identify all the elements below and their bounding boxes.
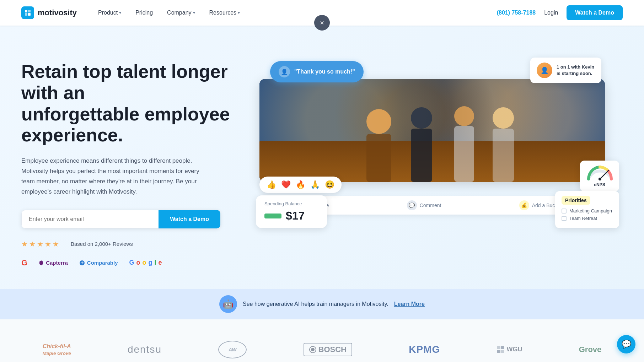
svg-rect-8: [411, 129, 432, 182]
star-3: ★: [37, 240, 43, 248]
svg-point-14: [599, 178, 601, 180]
star-5: ★: [53, 240, 59, 248]
svg-rect-0: [25, 10, 27, 12]
priorities-title: Priorities: [562, 196, 590, 205]
reviews-divider: [65, 241, 65, 248]
svg-rect-12: [493, 129, 514, 182]
reviews-row: ★ ★ ★ ★ ★ Based on 2,000+ Reviews: [21, 240, 235, 248]
svg-rect-2: [25, 13, 27, 16]
nav-product[interactable]: Product ▾: [98, 10, 121, 16]
email-input[interactable]: [21, 210, 159, 228]
brand-allamerican: AW: [218, 341, 247, 358]
svg-rect-1: [28, 10, 31, 12]
wgu-icon: [497, 345, 505, 354]
ai-banner-text: See how generative AI helps train manage…: [243, 301, 388, 307]
brand-bosch: BOSCH: [304, 343, 352, 356]
ai-banner: 🤖 See how generative AI helps train mana…: [0, 289, 644, 319]
photo-people: [259, 79, 605, 182]
nav-resources[interactable]: Resources ▾: [209, 10, 240, 16]
brand-kpmg: KPMG: [409, 344, 440, 355]
brands-section: Chick-fil-A Maple Grove dentsu AW BOSCH …: [0, 319, 644, 362]
reaction-pray[interactable]: 🙏: [310, 180, 320, 189]
svg-point-16: [311, 348, 315, 351]
star-1: ★: [21, 240, 28, 248]
comment-icon: 💬: [407, 200, 417, 210]
spending-balance-card: Spending Balance $17: [256, 195, 327, 228]
svg-point-9: [454, 106, 474, 126]
hero-left: Retain top talent longer with an unforge…: [21, 54, 235, 268]
company-chevron-icon: ▾: [193, 10, 195, 15]
kevin-avatar: 👤: [537, 63, 552, 78]
comment-action[interactable]: 💬 Comment: [407, 200, 441, 210]
1on1-text: 1 on 1 with Kevin is starting soon.: [557, 64, 594, 77]
watch-demo-nav-button[interactable]: Watch a Demo: [567, 5, 623, 20]
brand-chickfila: Chick-fil-A Maple Grove: [43, 343, 71, 356]
bubble-avatar-icon: 👤: [279, 66, 290, 77]
buck-action[interactable]: 💰 Add a Buck: [519, 200, 558, 210]
reaction-thumbsup[interactable]: 👍: [267, 180, 276, 189]
people-silhouettes: [259, 79, 605, 182]
enps-gauge: [586, 165, 614, 181]
close-button[interactable]: ×: [314, 15, 330, 31]
spending-bar: [264, 214, 281, 218]
svg-rect-10: [454, 126, 474, 182]
reaction-laugh[interactable]: 😆: [325, 180, 334, 189]
logo-text: motivosity: [38, 8, 77, 17]
priority-item-1: Marketing Campaign: [562, 208, 613, 214]
svg-rect-17: [497, 346, 500, 349]
reaction-heart[interactable]: ❤️: [281, 180, 291, 189]
brand-capterra: Capterra: [39, 260, 68, 266]
priorities-card: Priorities Marketing Campaign Team Retre…: [555, 191, 619, 228]
resources-chevron-icon: ▾: [238, 10, 240, 15]
spending-amount: $17: [286, 209, 305, 222]
brand-wgu: WGU: [497, 345, 522, 354]
reviews-text: Based on 2,000+ Reviews: [71, 241, 133, 247]
thankyou-bubble: 👤 "Thank you so much!": [270, 61, 364, 82]
bosch-icon: [309, 346, 316, 353]
hero-illustration: 👤 "Thank you so much!" 👤 1 on 1 with Kev…: [249, 54, 623, 232]
watch-demo-button[interactable]: Watch a Demo: [159, 210, 220, 228]
svg-point-5: [366, 109, 391, 134]
product-chevron-icon: ▾: [119, 10, 121, 15]
enps-label: eNPS: [586, 182, 613, 187]
brand-grove: Grove: [579, 345, 602, 354]
svg-rect-18: [501, 346, 504, 349]
priority-checkbox-2[interactable]: [562, 216, 567, 221]
reactions-bar: 👍 ❤️ 🔥 🙏 😆: [259, 177, 342, 193]
ai-robot-icon: 🤖: [219, 295, 237, 313]
login-link[interactable]: Login: [544, 10, 558, 16]
star-rating: ★ ★ ★ ★ ★: [21, 240, 59, 248]
hero-section: Retain top talent longer with an unforge…: [0, 26, 644, 289]
svg-rect-3: [28, 13, 31, 16]
brand-dentsu: dentsu: [128, 344, 162, 355]
svg-rect-6: [366, 134, 391, 182]
email-form: Watch a Demo: [21, 210, 220, 228]
star-4: ★: [45, 240, 51, 248]
nav-company[interactable]: Company ▾: [167, 10, 195, 16]
star-2: ★: [29, 240, 36, 248]
svg-rect-20: [501, 350, 504, 353]
nav-links: Product ▾ Pricing Company ▾ Resources ▾: [98, 10, 497, 16]
logo[interactable]: motivosity: [21, 6, 77, 19]
svg-rect-19: [497, 350, 500, 353]
priority-item-2: Team Retreat: [562, 216, 613, 221]
main-photo: [259, 79, 605, 182]
ai-learn-more-link[interactable]: Learn More: [394, 301, 425, 307]
spending-title: Spending Balance: [264, 201, 318, 206]
enps-card: eNPS: [580, 161, 619, 191]
logo-icon: [21, 6, 34, 19]
hero-brands-row: G Capterra Comparably Google: [21, 258, 235, 268]
chat-button[interactable]: 💬: [617, 335, 635, 353]
brand-google: Google: [129, 259, 162, 266]
nav-pricing[interactable]: Pricing: [135, 10, 153, 16]
brand-g: G: [21, 258, 27, 268]
priority-checkbox-1[interactable]: [562, 209, 567, 214]
hero-heading: Retain top talent longer with an unforge…: [21, 61, 235, 146]
svg-point-7: [411, 107, 432, 129]
brand-comparably: Comparably: [79, 260, 118, 266]
spending-amount-row: $17: [264, 209, 318, 222]
reaction-fire[interactable]: 🔥: [296, 180, 305, 189]
nav-right: (801) 758-7188 Login Watch a Demo: [497, 5, 623, 20]
1on1-card: 👤 1 on 1 with Kevin is starting soon.: [530, 58, 601, 83]
phone-link[interactable]: (801) 758-7188: [497, 10, 536, 16]
